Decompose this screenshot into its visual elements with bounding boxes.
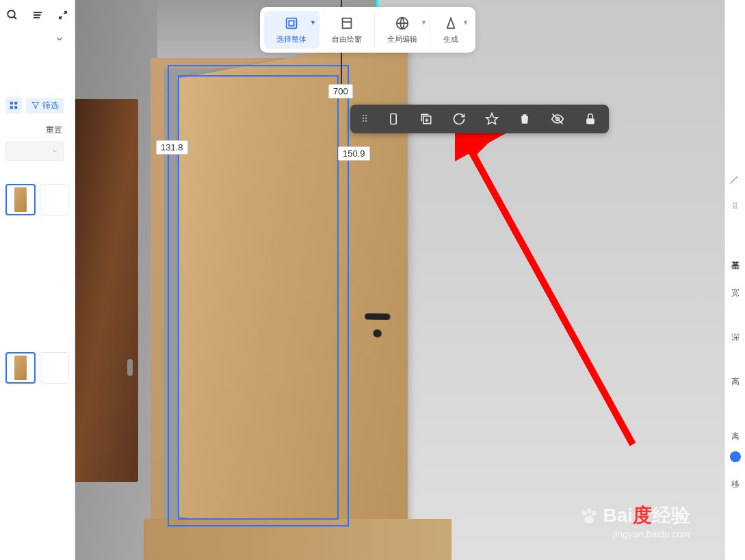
- dropdown-indicator: ▼: [310, 19, 316, 26]
- svg-rect-8: [14, 106, 17, 109]
- pen-icon[interactable]: [729, 174, 740, 188]
- generate-button[interactable]: 生成 ▼: [430, 11, 471, 49]
- property-label[interactable]: 基: [731, 260, 740, 271]
- chevron-down-icon[interactable]: [55, 34, 64, 46]
- reset-link[interactable]: 重置: [0, 119, 75, 139]
- 3d-viewport[interactable]: 700 131.8 150.9 Bai度经验 jingyan.baidu.com: [75, 0, 724, 560]
- svg-rect-23: [391, 114, 396, 124]
- floor-surface: [144, 519, 452, 560]
- context-toolbar: ⠿: [350, 105, 609, 133]
- door-thumbnail-1[interactable]: [5, 184, 36, 215]
- svg-rect-6: [14, 102, 17, 105]
- lock-icon[interactable]: [583, 111, 598, 126]
- draw-icon: [339, 15, 355, 31]
- generate-icon: [443, 15, 459, 31]
- grid-icon-button[interactable]: [5, 97, 22, 114]
- dark-door-model: [75, 99, 138, 482]
- door-thumbnail-4[interactable]: [40, 352, 69, 384]
- global-edit-button[interactable]: 全局编辑 ▼: [375, 11, 430, 49]
- filter-button[interactable]: 筛选: [26, 98, 64, 114]
- svg-line-1: [14, 16, 16, 19]
- svg-rect-30: [586, 118, 594, 124]
- expand-icon[interactable]: [56, 8, 69, 22]
- svg-point-16: [584, 516, 594, 524]
- top-toolbar: 选择整体 ▼ 自由绘窗 全局编辑 ▼ 生成 ▼: [260, 7, 475, 53]
- watermark: Bai度经验 jingyan.baidu.com: [579, 503, 690, 539]
- left-sidebar: 筛选 重置: [0, 0, 75, 560]
- wall-right: [376, 0, 724, 560]
- drag-handle-icon[interactable]: ⠿: [361, 118, 368, 120]
- dimension-right: 150.9: [338, 146, 370, 161]
- free-draw-button[interactable]: 自由绘窗: [319, 11, 375, 49]
- svg-rect-17: [287, 18, 297, 29]
- list-icon[interactable]: [31, 8, 44, 22]
- star-icon[interactable]: [484, 111, 499, 126]
- property-label[interactable]: 离: [731, 431, 740, 442]
- svg-rect-5: [10, 102, 13, 105]
- category-dropdown[interactable]: [5, 142, 64, 161]
- select-icon: [283, 15, 300, 31]
- svg-rect-18: [289, 21, 293, 25]
- svg-point-14: [587, 509, 592, 514]
- svg-point-13: [582, 511, 587, 516]
- property-label[interactable]: 宽: [731, 287, 740, 299]
- paw-icon: [579, 506, 599, 525]
- search-icon[interactable]: [5, 8, 18, 22]
- hide-icon[interactable]: [550, 111, 565, 126]
- dimension-left: 131.8: [156, 140, 188, 155]
- svg-marker-9: [32, 103, 39, 109]
- refresh-icon[interactable]: [452, 111, 467, 126]
- door-thumbnail-2[interactable]: [40, 184, 69, 215]
- svg-line-31: [731, 176, 738, 184]
- door-thumbnail-3[interactable]: [5, 352, 36, 384]
- svg-rect-7: [10, 106, 13, 109]
- svg-point-0: [8, 10, 15, 18]
- property-label[interactable]: 高: [731, 376, 740, 388]
- svg-point-15: [592, 511, 597, 516]
- dots-icon[interactable]: ⠿: [732, 202, 738, 211]
- delete-icon[interactable]: [517, 111, 532, 126]
- global-icon: [394, 15, 410, 31]
- select-whole-button[interactable]: 选择整体 ▼: [264, 11, 319, 49]
- right-panel: 基 宽 深 高 离 移: [724, 0, 745, 560]
- property-label[interactable]: 深: [731, 332, 740, 343]
- svg-rect-19: [343, 18, 352, 29]
- device-icon[interactable]: [386, 111, 401, 126]
- property-label[interactable]: 移: [731, 479, 740, 490]
- svg-marker-27: [486, 114, 498, 124]
- dropdown-indicator: ▼: [421, 19, 427, 26]
- dimension-top: 700: [328, 84, 353, 98]
- dropdown-indicator: ▼: [462, 19, 469, 26]
- toggle-indicator[interactable]: [730, 451, 741, 462]
- filter-label: 筛选: [42, 100, 59, 111]
- add-layer-icon[interactable]: [419, 111, 434, 126]
